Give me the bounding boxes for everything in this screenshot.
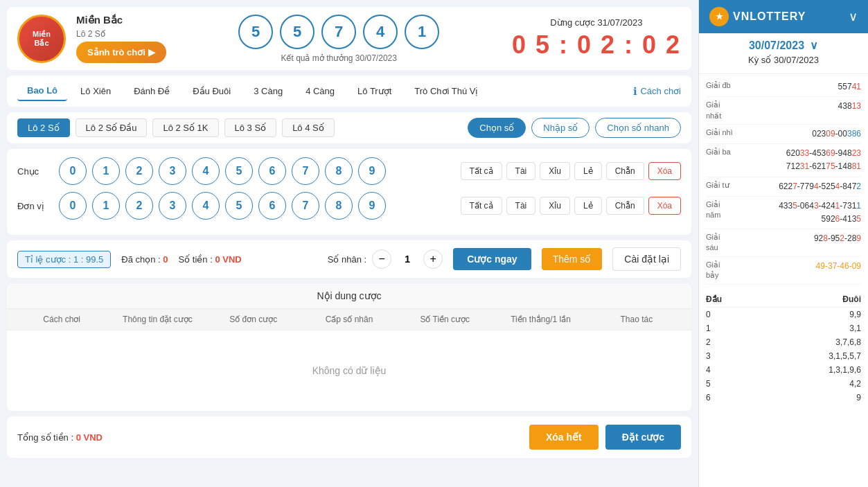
chuc-tai-btn[interactable]: Tài (506, 162, 536, 180)
choose-number-btn[interactable]: Chọn số (468, 118, 526, 138)
sub-tab-lo2so[interactable]: Lô 2 Số (17, 118, 70, 137)
prize-name-nam: Giải năm (706, 200, 734, 221)
chuc-chan-btn[interactable]: Chẵn (606, 162, 644, 180)
date-section: 30/07/2023 ∨ Kỳ số 30/07/2023 (699, 33, 868, 74)
nav-tab-danh-de[interactable]: Đánh Đề (124, 82, 179, 100)
chuc-actions: Tất cả Tài Xỉu Lẻ Chẵn Xóa (461, 162, 681, 180)
chuc-ball-6[interactable]: 6 (258, 157, 286, 185)
col-so-tien: Số Tiền cược (397, 315, 493, 324)
donvi-xiu-btn[interactable]: Xỉu (540, 197, 570, 215)
col-thao-tac: Thao tác (589, 315, 684, 324)
multiplier-increase-btn[interactable]: + (423, 249, 443, 269)
prize-row-nhat: Giải nhất 43813 (706, 97, 861, 125)
chuc-xiu-btn[interactable]: Xỉu (540, 162, 570, 180)
submit-bet-button[interactable]: Đặt cược (605, 425, 681, 450)
ht-row-1: 1 3,1 (706, 321, 861, 335)
donvi-ball-0[interactable]: 0 (59, 192, 87, 220)
ht-tail-5: 4,2 (849, 379, 861, 389)
date-expand-icon[interactable]: ∨ (810, 39, 818, 52)
donvi-ball-2[interactable]: 2 (125, 192, 153, 220)
chuc-ball-5[interactable]: 5 (225, 157, 253, 185)
balls-row: 5 5 7 4 1 (238, 15, 439, 49)
donvi-tai-btn[interactable]: Tài (506, 197, 536, 215)
nav-tab-lo-xien[interactable]: Lô Xiên (71, 82, 121, 100)
prize-nums-tu: 6227-7794-5254-8472 (734, 180, 861, 193)
multiplier-decrease-btn[interactable]: − (372, 249, 391, 269)
chuc-balls: 0 1 2 3 4 5 6 7 8 9 (59, 157, 386, 185)
donvi-ball-5[interactable]: 5 (225, 192, 253, 220)
donvi-ball-6[interactable]: 6 (258, 192, 286, 220)
donvi-ball-3[interactable]: 3 (159, 192, 186, 220)
sub-tab-lo2so-1k[interactable]: Lô 2 Số 1K (152, 118, 218, 137)
donvi-xoa-btn[interactable]: Xóa (648, 197, 681, 215)
prize-nums-sau: 928-952-289 (734, 232, 861, 245)
donvi-label: Đơn vị (17, 201, 52, 211)
nav-tab-lo-truot[interactable]: Lô Trượt (348, 82, 401, 100)
money-label: Số tiền : 0 VND (179, 254, 242, 265)
vn-lottery-logo: ★ VNLOTTERY (709, 7, 806, 26)
ball-2: 5 (280, 15, 315, 49)
total-value: 0 VND (76, 432, 103, 443)
multiplier-control: Số nhân : − 1 + (328, 249, 443, 269)
chuc-ball-2[interactable]: 2 (125, 157, 153, 185)
expand-icon[interactable]: ∨ (849, 9, 858, 24)
chuc-ball-8[interactable]: 8 (325, 157, 353, 185)
col-cach-choi: Cách chơi (14, 315, 109, 324)
sub-tab-lo3so[interactable]: Lô 3 Số (224, 118, 277, 137)
chosen-label: Đã chọn : 0 (121, 254, 168, 265)
ht-tail-3: 3,1,5,5,7 (829, 351, 861, 361)
ratio-badge: Tỉ lệ cược : 1 : 99.5 (17, 251, 111, 268)
donvi-ball-8[interactable]: 8 (325, 192, 353, 220)
donvi-ball-9[interactable]: 9 (358, 192, 386, 220)
ball-4: 4 (363, 15, 398, 49)
ht-head-1: 1 (706, 324, 711, 333)
tail-label: Đuôi (842, 294, 861, 304)
ht-row-6: 6 9 (706, 391, 861, 405)
chuc-ball-7[interactable]: 7 (292, 157, 319, 185)
money-value: 0 VND (215, 254, 241, 265)
input-number-btn[interactable]: Nhập số (531, 118, 590, 138)
bet-table-empty: Không có dữ liệu (7, 330, 691, 411)
chosen-value: 0 (163, 254, 168, 265)
nav-tab-tro-choi[interactable]: Trò Chơi Thú Vị (405, 82, 488, 100)
col-thong-tin: Thông tin đặt cược (109, 315, 205, 324)
bet-now-button[interactable]: Cược ngay (453, 248, 531, 270)
help-button[interactable]: ℹ Cách chơi (633, 85, 681, 98)
prize-name-tu: Giải tư (706, 180, 734, 191)
reset-button[interactable]: Cài đặt lại (612, 247, 681, 271)
logo-icon: ★ (709, 7, 729, 26)
nav-tab-dau-duoi[interactable]: Đầu Đuôi (183, 82, 240, 100)
head-tail-section: Đầu Đuôi 0 9,9 1 3,1 2 3,7,6,8 3 3,1,5,5… (699, 288, 868, 408)
chuc-all-btn[interactable]: Tất cả (461, 162, 502, 180)
chuc-ball-0[interactable]: 0 (59, 157, 87, 185)
nav-tab-3-cang[interactable]: 3 Càng (244, 82, 292, 100)
donvi-ball-1[interactable]: 1 (92, 192, 120, 220)
prize-nums-nhi: 02309-00386 (734, 127, 861, 141)
head-label: Đầu (706, 294, 722, 304)
sub-tab-lo4so[interactable]: Lô 4 Số (282, 118, 335, 137)
multiplier-value: 1 (397, 254, 418, 265)
donvi-ball-7[interactable]: 7 (292, 192, 319, 220)
ht-head-2: 2 (706, 337, 711, 347)
donvi-row: Đơn vị 0 1 2 3 4 5 6 7 8 9 Tất cả Tài Xỉ… (17, 192, 681, 220)
delete-all-button[interactable]: Xóa hết (529, 425, 599, 450)
chuc-ball-4[interactable]: 4 (192, 157, 220, 185)
nav-tab-4-cang[interactable]: 4 Càng (296, 82, 344, 100)
chuc-ball-3[interactable]: 3 (159, 157, 186, 185)
donvi-all-btn[interactable]: Tất cả (461, 197, 502, 215)
quick-choose-btn[interactable]: Chọn số nhanh (595, 118, 681, 138)
chuc-ball-9[interactable]: 9 (358, 157, 386, 185)
donvi-ball-4[interactable]: 4 (192, 192, 220, 220)
game-title: Miền Bắc (76, 14, 166, 26)
donvi-chan-btn[interactable]: Chẵn (606, 197, 644, 215)
donvi-le-btn[interactable]: Lẻ (574, 197, 602, 215)
chuc-ball-1[interactable]: 1 (92, 157, 120, 185)
chuc-xoa-btn[interactable]: Xóa (648, 162, 681, 180)
nav-tab-bao-lo[interactable]: Bao Lô (17, 81, 67, 101)
prize-name-sau: Giải sáu (706, 232, 734, 254)
number-picker: Chục 0 1 2 3 4 5 6 7 8 9 Tất cả Tài Xỉu (7, 149, 691, 235)
sub-tab-lo2so-dau[interactable]: Lô 2 Số Đầu (76, 118, 148, 137)
add-bet-button[interactable]: Thêm số (542, 248, 603, 270)
chuc-le-btn[interactable]: Lẻ (574, 162, 602, 180)
join-button[interactable]: Sảnh trò chơi ▶ (76, 42, 166, 63)
